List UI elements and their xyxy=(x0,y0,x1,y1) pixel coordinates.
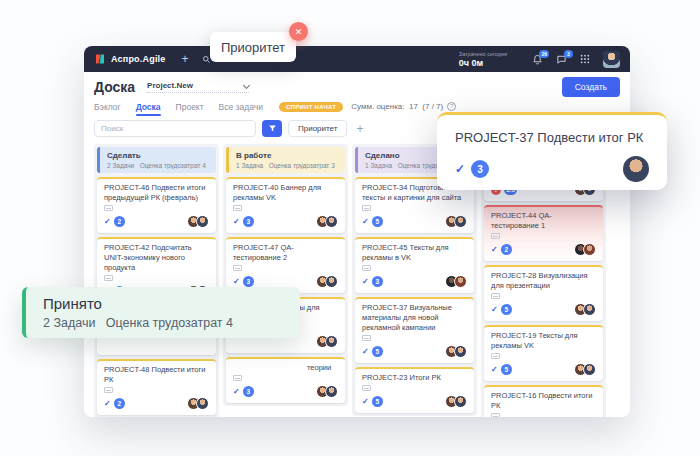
tab-Бэклог[interactable]: Бэклог xyxy=(94,102,121,112)
task-card[interactable]: PROJECT-48 Подвести итоги РК✓2 xyxy=(97,359,216,415)
avatar xyxy=(583,363,596,376)
estimate: ✓2 xyxy=(104,216,125,227)
task-card[interactable]: PROJECT-19 Тексты для рекламы VK✓5 xyxy=(484,325,603,381)
task-footer: ✓5 xyxy=(491,303,596,316)
close-icon[interactable]: ✕ xyxy=(289,22,308,41)
add-icon[interactable]: + xyxy=(182,52,189,66)
column-header: Сделать2 Задачи Оценка трудозатрат 4 xyxy=(97,147,216,173)
task-footer: ✓2 xyxy=(104,215,209,228)
task-card[interactable]: PROJECT-44 QA-тестирование 1✓2 xyxy=(484,205,603,261)
task-card[interactable]: PROJECT-28 Визуализация для презентации✓… xyxy=(484,265,603,321)
messages-badge: 3 xyxy=(564,50,573,58)
check-icon: ✓ xyxy=(233,387,240,396)
priority-tooltip-label: Приоритет xyxy=(221,40,285,55)
time-tracker-label: Затрачено сегодня xyxy=(459,51,507,57)
task-card[interactable]: теории✓3 xyxy=(226,357,345,403)
board-column: В работе1 Задача Оценка трудозатрат 3PRO… xyxy=(223,144,348,406)
topbar-right-group: Затрачено сегодня 0ч 0м 26 3 xyxy=(459,51,620,68)
tab-Доска[interactable]: Доска xyxy=(136,102,161,112)
priority-filter-chip[interactable]: Приоритет xyxy=(288,120,347,137)
task-card[interactable]: PROJECT-46 Подвести итоги предыдущей РК … xyxy=(97,177,216,233)
page-title: Доска xyxy=(94,79,135,95)
apps-grid-icon[interactable] xyxy=(580,54,590,64)
avatar xyxy=(454,215,467,228)
check-icon: ✓ xyxy=(362,277,369,286)
popup-task-title: PROJECT-37 Подвести итог РК xyxy=(455,130,649,145)
task-title: PROJECT-48 Подвести итоги РК xyxy=(104,365,209,385)
time-tracker: Затрачено сегодня 0ч 0м xyxy=(459,51,507,68)
description-icon xyxy=(491,353,500,359)
search-input[interactable] xyxy=(94,120,256,137)
task-card[interactable]: PROJECT-40 Баннер для рекламы VK✓3 xyxy=(226,177,345,233)
task-preview-popup[interactable]: PROJECT-37 Подвести итог РК ✓ 3 xyxy=(437,112,667,190)
check-icon: ✓ xyxy=(233,277,240,286)
check-icon: ✓ xyxy=(233,217,240,226)
task-card[interactable]: PROJECT-47 QA-тестирование 2✓3 xyxy=(226,237,345,293)
estimate: ✓5 xyxy=(362,216,383,227)
estimate-badge: 2 xyxy=(501,244,512,255)
check-icon: ✓ xyxy=(362,397,369,406)
avatar xyxy=(623,156,649,182)
estimate-badge: 3 xyxy=(471,160,489,178)
avatar xyxy=(196,397,209,410)
task-title: PROJECT-19 Тексты для рекламы VK xyxy=(491,331,596,351)
avatars xyxy=(574,303,596,316)
summary-estimate: Сумм. оценка: 17 (7 / 7) xyxy=(351,102,443,111)
app-logo[interactable]: Аспро.Agile xyxy=(94,53,166,65)
accepted-title: Принято xyxy=(43,295,300,312)
column-meta: 2 Задачи Оценка трудозатрат 4 xyxy=(107,162,209,169)
estimate-badge: 3 xyxy=(243,216,254,227)
avatar xyxy=(325,215,338,228)
check-icon: ✓ xyxy=(455,162,465,176)
user-avatar[interactable] xyxy=(603,51,620,68)
task-card[interactable]: PROJECT-45 Тексты для рекламы в VK✓3 xyxy=(355,237,474,293)
top-navigation-bar: Аспро.Agile + Сп Затрачено сегодня 0ч 0м… xyxy=(84,46,630,72)
avatar xyxy=(454,395,467,408)
description-icon xyxy=(104,387,113,393)
check-icon: ✓ xyxy=(362,347,369,356)
estimate: ✓2 xyxy=(491,244,512,255)
messages-icon[interactable]: 3 xyxy=(556,54,567,65)
check-icon: ✓ xyxy=(362,217,369,226)
task-footer: ✓2 xyxy=(104,397,209,410)
add-filter-icon[interactable]: + xyxy=(356,122,363,136)
column-cards: !1.5PROJECT-44 QA-тестирование 1✓2PROJEC… xyxy=(484,161,603,417)
task-card[interactable]: PROJECT-37 Визуальные материалы для ново… xyxy=(355,297,474,363)
estimate-badge: 3 xyxy=(243,386,254,397)
avatars xyxy=(187,215,209,228)
task-footer: ✓5 xyxy=(362,215,467,228)
description-icon xyxy=(491,233,500,239)
avatars xyxy=(445,215,467,228)
task-title: PROJECT-37 Визуальные материалы для ново… xyxy=(362,303,467,333)
task-card[interactable]: PROJECT-16 Подвести итоги РК xyxy=(484,385,603,417)
info-icon[interactable]: ? xyxy=(447,102,456,111)
avatar xyxy=(583,243,596,256)
filter-button[interactable] xyxy=(262,120,282,137)
estimate-badge: 5 xyxy=(501,304,512,315)
task-title: PROJECT-23 Итоги РК xyxy=(362,373,467,383)
tab-Проект[interactable]: Проект xyxy=(176,102,204,112)
task-footer: ✓5 xyxy=(491,363,596,376)
task-title: PROJECT-46 Подвести итоги предыдущей РК … xyxy=(104,183,209,203)
avatar xyxy=(583,303,596,316)
notifications-bell-icon[interactable]: 26 xyxy=(532,54,543,65)
project-select-value: Project.New xyxy=(147,81,193,90)
chevron-down-icon xyxy=(243,81,250,88)
accepted-column-callout: Принято 2 Задачи Оценка трудозатрат 4 xyxy=(22,287,300,338)
logo-icon xyxy=(94,53,106,65)
description-icon xyxy=(362,265,371,271)
create-button[interactable]: Создать xyxy=(562,77,620,97)
avatars xyxy=(445,395,467,408)
description-icon xyxy=(362,335,371,341)
popup-footer: ✓ 3 xyxy=(455,156,649,182)
avatars xyxy=(445,345,467,358)
task-card[interactable]: PROJECT-23 Итоги РК✓5 xyxy=(355,367,474,413)
estimate: ✓3 xyxy=(362,276,383,287)
project-select[interactable]: Project.New xyxy=(147,81,249,93)
tab-Все задачи[interactable]: Все задачи xyxy=(219,102,263,112)
estimate-badge: 2 xyxy=(114,398,125,409)
sprint-status-badge: СПРИНТ НАЧАТ xyxy=(279,102,343,112)
task-title: PROJECT-16 Подвести итоги РК xyxy=(491,391,596,411)
estimate: ✓3 xyxy=(233,386,254,397)
task-footer: ✓3 xyxy=(362,275,467,288)
